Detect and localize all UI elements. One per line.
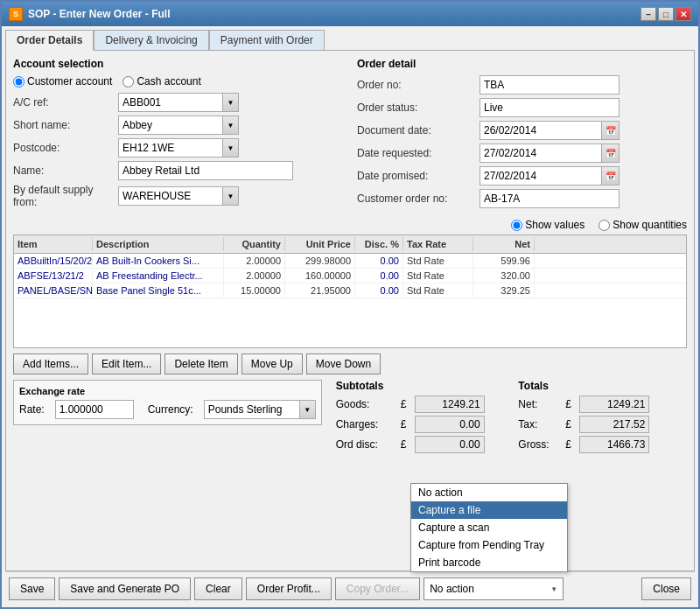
date-promised-input[interactable]	[480, 166, 602, 186]
postcode-dropdown-btn[interactable]: ▼	[223, 138, 239, 158]
shortname-input[interactable]	[118, 116, 223, 135]
order-items-table: Item Description Quantity Unit Price Dis…	[13, 234, 687, 348]
td-tax-0: Std Rate	[403, 254, 473, 268]
minimize-button[interactable]: –	[640, 7, 656, 21]
save-button[interactable]: Save	[9, 578, 55, 600]
subtotals-section: Subtotals Goods: £ Charges: £ Ord disc: …	[336, 380, 505, 456]
charges-currency: £	[401, 418, 411, 430]
date-requested-row: Date requested: 📅	[357, 144, 687, 163]
goods-row: Goods: £	[336, 396, 505, 413]
order-no-input[interactable]	[480, 75, 620, 94]
shortname-dropdown-btn[interactable]: ▼	[223, 116, 239, 135]
doc-date-row: Document date: 📅	[357, 121, 687, 140]
left-panel: Exchange rate Rate: Currency: ▼	[13, 380, 322, 456]
date-promised-cal-btn[interactable]: 📅	[602, 166, 620, 186]
supply-from-input[interactable]	[118, 186, 223, 206]
td-tax-1: Std Rate	[403, 269, 473, 283]
currency-dropdown-btn[interactable]: ▼	[300, 400, 316, 419]
order-no-row: Order no:	[357, 75, 687, 94]
currency-label: Currency:	[148, 403, 193, 416]
action-dropdown-container: No action ▼	[424, 578, 564, 600]
cash-account-radio[interactable]	[122, 76, 134, 88]
doc-date-cal-btn[interactable]: 📅	[602, 121, 620, 140]
order-profit-button[interactable]: Order Profit...	[246, 578, 332, 600]
postcode-row: Postcode: ▼	[13, 138, 343, 158]
doc-date-label: Document date:	[357, 124, 480, 136]
order-status-label: Order status:	[357, 102, 480, 114]
supply-from-label: By default supply from:	[13, 184, 118, 208]
shortname-input-group: ▼	[118, 116, 239, 135]
name-input[interactable]	[118, 161, 293, 180]
currency-input[interactable]	[204, 400, 300, 419]
postcode-input[interactable]	[118, 138, 223, 158]
edit-item-button[interactable]: Edit Item...	[92, 354, 161, 374]
date-requested-input-group: 📅	[480, 144, 620, 163]
dropdown-item-no-action[interactable]: No action	[411, 484, 567, 501]
order-status-row: Order status:	[357, 98, 687, 117]
td-item-2: PANEL/BASE/SN...	[14, 284, 93, 298]
dropdown-item-print-barcode[interactable]: Print barcode	[411, 554, 567, 571]
postcode-label: Postcode:	[13, 142, 118, 154]
close-button[interactable]: Close	[641, 578, 691, 600]
move-up-button[interactable]: Move Up	[242, 354, 303, 374]
ord-disc-label: Ord disc:	[336, 438, 397, 451]
table-body: ABBuiltIn/15/20/2 AB Built-In Cookers Si…	[14, 254, 686, 298]
charges-value[interactable]	[415, 416, 485, 433]
clear-button[interactable]: Clear	[194, 578, 242, 600]
maximize-button[interactable]: □	[658, 7, 674, 21]
date-promised-input-group: 📅	[480, 166, 620, 186]
table-row[interactable]: PANEL/BASE/SN... Base Panel Single 51c..…	[14, 284, 686, 298]
rate-input[interactable]	[55, 400, 134, 419]
show-values-option[interactable]: Show values	[511, 219, 584, 231]
goods-currency: £	[401, 398, 411, 410]
tab-delivery-invoicing[interactable]: Delivery & Invoicing	[94, 30, 208, 51]
gross-currency: £	[565, 438, 576, 451]
delete-item-button[interactable]: Delete Item	[164, 354, 237, 374]
dropdown-item-capture-file[interactable]: Capture a file	[411, 501, 567, 519]
net-value[interactable]	[579, 396, 649, 413]
order-status-input[interactable]	[480, 98, 620, 117]
gross-value[interactable]	[579, 436, 649, 453]
save-generate-po-button[interactable]: Save and Generate PO	[59, 578, 191, 600]
supply-from-dropdown-btn[interactable]: ▼	[223, 186, 239, 206]
acref-input[interactable]	[118, 93, 223, 112]
name-row: Name:	[13, 161, 343, 180]
tax-label: Tax:	[518, 418, 562, 430]
close-window-button[interactable]: ✕	[676, 7, 691, 21]
td-tax-2: Std Rate	[403, 284, 473, 298]
ord-disc-value[interactable]	[415, 436, 485, 453]
date-requested-cal-btn[interactable]: 📅	[602, 144, 620, 163]
th-desc: Description	[93, 237, 224, 251]
dropdown-item-capture-scan[interactable]: Capture a scan	[411, 519, 567, 536]
add-items-button[interactable]: Add Items...	[13, 354, 88, 374]
name-label: Name:	[13, 164, 118, 177]
tab-content: Account selection Customer account Cash …	[5, 50, 695, 571]
goods-label: Goods:	[336, 398, 397, 410]
acref-input-group: ▼	[118, 93, 239, 112]
show-quantities-radio[interactable]	[598, 220, 610, 231]
dropdown-item-capture-pending-tray[interactable]: Capture from Pending Tray	[411, 536, 567, 554]
top-section: Account selection Customer account Cash …	[13, 58, 687, 212]
doc-date-input[interactable]	[480, 121, 602, 140]
tab-order-details[interactable]: Order Details	[5, 30, 94, 51]
show-quantities-option[interactable]: Show quantities	[598, 219, 687, 231]
th-net: Net	[473, 237, 535, 251]
table-row[interactable]: ABFSE/13/21/2 AB Freestanding Electr... …	[14, 269, 686, 284]
tax-currency: £	[565, 418, 576, 430]
action-dropdown[interactable]: No action ▼	[424, 578, 564, 600]
date-requested-input[interactable]	[480, 144, 602, 163]
customer-account-radio[interactable]	[13, 76, 24, 88]
action-dropdown-value: No action	[430, 583, 474, 595]
table-row[interactable]: ABBuiltIn/15/20/2 AB Built-In Cookers Si…	[14, 254, 686, 269]
cash-account-option[interactable]: Cash account	[122, 75, 200, 88]
gross-label: Gross:	[518, 438, 562, 451]
customer-account-option[interactable]: Customer account	[13, 75, 112, 88]
move-down-button[interactable]: Move Down	[306, 354, 381, 374]
customer-order-no-input[interactable]	[480, 189, 620, 208]
acref-dropdown-btn[interactable]: ▼	[223, 93, 239, 112]
goods-value[interactable]	[415, 396, 485, 413]
tab-payment-with-order[interactable]: Payment with Order	[209, 30, 325, 51]
copy-order-button[interactable]: Copy Order...	[335, 578, 420, 600]
tax-value[interactable]	[579, 416, 649, 433]
show-values-radio[interactable]	[511, 220, 522, 231]
